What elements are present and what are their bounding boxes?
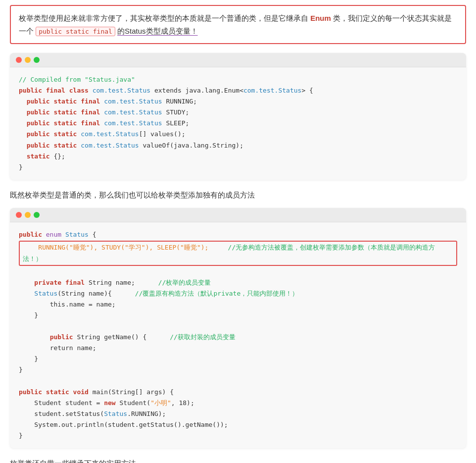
code1-line3: public static final com.test.Status STUD… bbox=[19, 108, 189, 116]
intro-text1: 枚举类型使用起来就非常方便了，其实枚举类型的本质就是一个普通的类，但是它继承自 bbox=[19, 14, 308, 22]
code-body-2: public enum Status { RUNNING("睡觉"), STUD… bbox=[10, 222, 466, 448]
intro-box: 枚举类型使用起来就非常方便了，其实枚举类型的本质就是一个普通的类，但是它继承自 … bbox=[10, 5, 466, 44]
dot-green-2 bbox=[34, 212, 40, 218]
code1-line7: static {}; bbox=[19, 153, 65, 160]
code2-close3: } bbox=[19, 366, 23, 373]
intro-text3: 的Status类型成员变量！ bbox=[117, 27, 198, 35]
code1-line5: public static com.test.Status[] values()… bbox=[19, 130, 186, 138]
code2-close1: } bbox=[19, 311, 38, 319]
intro-code-inline: public static final bbox=[36, 27, 115, 36]
code2-main4: System.out.println(student.getStatus().g… bbox=[19, 421, 228, 428]
code2-return: return name; bbox=[19, 344, 96, 352]
code2-main3: student.setStatus(Status.RUNNING); bbox=[19, 410, 166, 417]
section2-text: 既然枚举类型是普通的类，那么我们也可以给枚举类型添加独有的成员方法 bbox=[10, 189, 466, 202]
code2-getter: public String getName() { //获取封装的成员变量 bbox=[19, 333, 236, 341]
code-window-1: // Compiled from "Status.java" public fi… bbox=[10, 53, 466, 180]
code2-main1: public static void main(String[] args) { bbox=[19, 388, 174, 396]
code1-line8: } bbox=[19, 163, 23, 171]
code2-main5: } bbox=[19, 432, 23, 439]
code2-blank2 bbox=[19, 322, 23, 330]
code1-line6: public static com.test.Status valueOf(ja… bbox=[19, 142, 243, 149]
section3-text: 枚举类还自带一些继承下来的实用方法 bbox=[10, 457, 466, 463]
dot-yellow-1 bbox=[25, 57, 31, 63]
dot-red-1 bbox=[16, 57, 22, 63]
code-window-2: public enum Status { RUNNING("睡觉"), STUD… bbox=[10, 208, 466, 448]
code2-blank1 bbox=[19, 268, 23, 275]
code2-outlined-row: RUNNING("睡觉"), STUDY("学习"), SLEEP("睡觉");… bbox=[19, 241, 457, 265]
page-container: 枚举类型使用起来就非常方便了，其实枚举类型的本质就是一个普通的类，但是它继承自 … bbox=[0, 0, 476, 463]
code2-member: private final String name; //枚举的成员变量 bbox=[19, 279, 211, 286]
code1-comment: // Compiled from "Status.java" bbox=[19, 76, 135, 83]
dot-yellow-2 bbox=[25, 212, 31, 218]
dot-red-2 bbox=[16, 212, 22, 218]
intro-enum-class: Enum bbox=[310, 14, 331, 22]
code1-line4: public static final com.test.Status SLEE… bbox=[19, 119, 189, 127]
code-body-1: // Compiled from "Status.java" public fi… bbox=[10, 67, 466, 180]
code1-line2: public static final com.test.Status RUNN… bbox=[19, 98, 197, 105]
code1-line1: public final class com.test.Status exten… bbox=[19, 87, 313, 94]
code2-enum-def: public enum Status { bbox=[19, 231, 96, 238]
window-header-1 bbox=[10, 53, 466, 67]
window-header-2 bbox=[10, 208, 466, 222]
code2-close2: } bbox=[19, 355, 38, 362]
code2-blank3 bbox=[19, 377, 23, 385]
dot-green-1 bbox=[34, 57, 40, 63]
code2-constructor: Status(String name){ //覆盖原有构造方法（默认privat… bbox=[19, 290, 298, 297]
code2-this: this.name = name; bbox=[19, 301, 116, 308]
code2-main2: Student student = new Student("小明", 18); bbox=[19, 399, 194, 407]
